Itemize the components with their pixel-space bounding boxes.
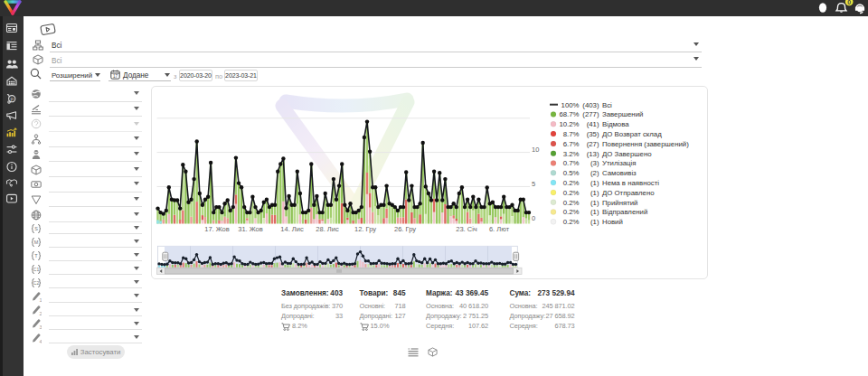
svg-text:0.2%: 0.2% bbox=[563, 179, 580, 187]
svg-text:(41): (41) bbox=[587, 120, 599, 128]
svg-text:(1): (1) bbox=[590, 218, 599, 226]
svg-text:68.7%: 68.7% bbox=[559, 110, 579, 118]
svg-text:(1): (1) bbox=[590, 199, 599, 207]
svg-text:ДО Отправлено: ДО Отправлено bbox=[602, 189, 655, 197]
svg-text:(35): (35) bbox=[587, 130, 599, 138]
svg-text:(1): (1) bbox=[590, 208, 599, 216]
svg-text:0.2%: 0.2% bbox=[563, 189, 580, 197]
svg-text:0.2%: 0.2% bbox=[563, 218, 580, 226]
svg-text:Відмова: Відмова bbox=[602, 120, 629, 128]
svg-text:Завершений: Завершений bbox=[602, 110, 643, 118]
svg-text:ДО Возврат склад: ДО Возврат склад bbox=[602, 130, 662, 138]
svg-text:(277): (277) bbox=[582, 110, 599, 118]
svg-text:0.2%: 0.2% bbox=[563, 199, 580, 207]
svg-text:Утилізація: Утилізація bbox=[602, 159, 637, 167]
svg-text:Повернення (завершений): Повернення (завершений) bbox=[602, 140, 689, 148]
svg-text:(1): (1) bbox=[590, 179, 599, 187]
svg-text:Відправлений: Відправлений bbox=[602, 208, 647, 216]
svg-text:(403): (403) bbox=[582, 101, 599, 109]
svg-text:(1): (1) bbox=[590, 189, 599, 197]
svg-text:(2): (2) bbox=[590, 169, 599, 177]
svg-text:0.2%: 0.2% bbox=[563, 208, 580, 216]
svg-text:6.7%: 6.7% bbox=[563, 140, 580, 148]
svg-text:Самовивіз: Самовивіз bbox=[602, 169, 637, 177]
svg-text:0.7%: 0.7% bbox=[563, 159, 580, 167]
svg-text:Прийнятий: Прийнятий bbox=[602, 199, 637, 207]
svg-text:Нема в наявності: Нема в наявності bbox=[602, 179, 659, 187]
svg-text:3.2%: 3.2% bbox=[563, 150, 580, 158]
svg-text:ДО Завершено: ДО Завершено bbox=[602, 150, 652, 158]
svg-text:8.7%: 8.7% bbox=[563, 130, 580, 138]
svg-text:Новий: Новий bbox=[602, 218, 623, 226]
svg-text:10.2%: 10.2% bbox=[559, 120, 579, 128]
svg-text:(3): (3) bbox=[590, 159, 599, 167]
svg-text:(13): (13) bbox=[587, 150, 599, 158]
svg-text:(27): (27) bbox=[587, 140, 599, 148]
svg-text:Всі: Всі bbox=[602, 101, 612, 109]
svg-text:100%: 100% bbox=[561, 101, 580, 109]
svg-text:0.5%: 0.5% bbox=[563, 169, 580, 177]
